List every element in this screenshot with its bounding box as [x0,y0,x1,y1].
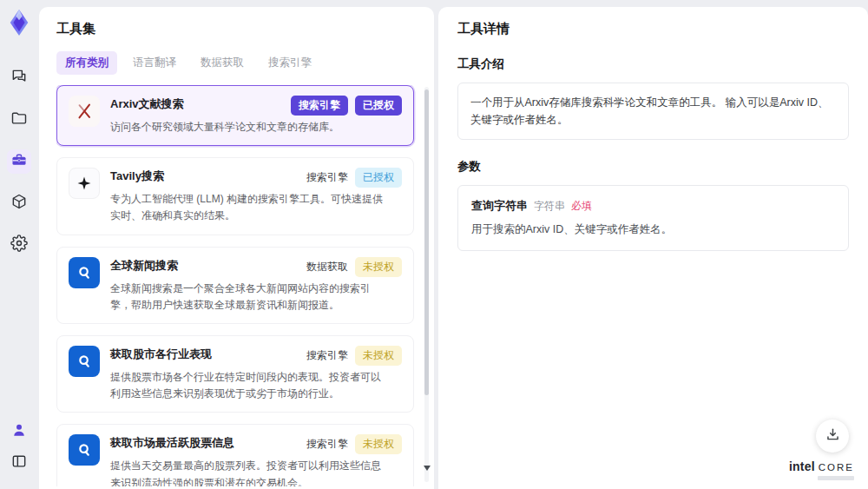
category-badge: 搜索引擎 [306,346,348,366]
tool-description: 专为人工智能代理 (LLM) 构建的搜索引擎工具。可快速提供实时、准确和真实的结… [110,191,383,224]
tavily-star-icon [69,168,100,199]
auth-badge: 已授权 [355,168,402,188]
category-tabs: 所有类别 语言翻译 数据获取 搜索引擎 [56,51,434,75]
toolset-panel: 工具集 所有类别 语言翻译 数据获取 搜索引擎 [39,7,434,489]
core-wordmark: CORE [819,462,854,472]
intel-badge-bar [818,476,854,480]
tool-name: Tavily搜索 [110,168,164,184]
sidebar-item-chat[interactable] [7,66,31,90]
settings-icon [10,235,28,255]
page-title: 工具集 [56,21,434,37]
sidebar-item-collapse[interactable] [7,451,31,475]
auth-badge: 未授权 [355,257,402,277]
user-icon [10,421,28,442]
tool-name: 获取市场最活跃股票信息 [110,434,234,451]
package-icon [10,193,28,214]
param-name: 查询字符串 [471,198,528,214]
params-heading: 参数 [457,159,849,175]
intro-heading: 工具介绍 [457,56,849,72]
download-icon [825,426,841,446]
sidebar-nav [7,66,31,257]
scrollbar-thumb[interactable] [424,89,429,395]
tab-search-engine[interactable]: 搜索引擎 [260,51,320,75]
auth-badge: 未授权 [355,434,402,454]
tool-card-active-stocks[interactable]: 获取市场最活跃股票信息 搜索引擎 未授权 提供当天交易量最高的股票列表。投资者可… [56,424,414,486]
tool-name: Arxiv文献搜索 [110,96,184,112]
tool-description: 全球新闻搜索是一个聚合全球各大新闻网站内容的搜索引擎，帮助用户快速获取全球最新资… [110,281,383,314]
stock-search-icon [69,346,100,377]
folder-icon [10,109,28,130]
chat-icon [10,68,28,89]
tool-card-tavily[interactable]: Tavily搜索 搜索引擎 已授权 专为人工智能代理 (LLM) 构建的搜索引擎… [56,157,414,235]
tool-name: 全球新闻搜索 [110,257,178,274]
category-badge: 搜索引擎 [306,168,348,188]
tool-card-global-news[interactable]: 全球新闻搜索 数据获取 未授权 全球新闻搜索是一个聚合全球各大新闻网站内容的搜索… [56,247,414,324]
tool-description: 提供当天交易量最高的股票列表。投资者可以利用这些信息来识别流动性强的股票和潜在的… [110,458,383,486]
intel-wordmark: intel [789,459,815,473]
sidebar [0,0,38,489]
scroll-down-arrow-icon[interactable] [424,466,431,471]
sidebar-bottom [7,420,31,489]
tool-details-panel: 工具详情 工具介绍 一个用于从Arxiv存储库搜索科学论文和文章的工具。 输入可… [438,7,868,489]
category-badge: 搜索引擎 [306,434,348,454]
tool-description: 访问各个研究领域大量科学论文和文章的存储库。 [110,119,383,135]
stock-search-icon [69,434,100,466]
tool-description: 提供股票市场各个行业在特定时间段内的表现。投资者可以利用这些信息来识别表现优于或… [110,369,383,402]
category-badge: 搜索引擎 [291,96,348,116]
param-description: 用于搜索的Arxiv ID、关键字或作者姓名。 [471,221,835,238]
sidebar-item-toolset[interactable] [7,149,31,174]
sidebar-item-files[interactable] [7,108,31,132]
panel-toggle-icon [10,453,28,473]
tab-all-categories[interactable]: 所有类别 [56,51,117,75]
sidebar-item-packages[interactable] [7,191,31,215]
tool-list: Arxiv文献搜索 搜索引擎 已授权 访问各个研究领域大量科学论文和文章的存储库… [56,85,434,486]
arxiv-icon [69,96,100,127]
param-required-badge: 必填 [571,199,592,214]
toolbox-icon [10,151,28,172]
auth-badge: 未授权 [355,346,402,366]
sidebar-item-account[interactable] [7,420,31,444]
app-logo[interactable] [6,9,32,36]
tool-card-stock-sectors[interactable]: 获取股市各行业表现 搜索引擎 未授权 提供股票市场各个行业在特定时间段内的表现。… [56,335,414,413]
tab-data-fetching[interactable]: 数据获取 [192,51,253,75]
tool-card-arxiv[interactable]: Arxiv文献搜索 搜索引擎 已授权 访问各个研究领域大量科学论文和文章的存储库… [56,85,414,146]
scrollbar-track[interactable] [424,87,429,482]
intel-core-logo: intelCORE [789,459,854,480]
download-button[interactable] [816,420,849,453]
news-search-icon [69,257,100,288]
param-type: 字符串 [534,199,565,214]
sidebar-item-settings[interactable] [7,233,31,257]
tab-language-translation[interactable]: 语言翻译 [124,51,185,75]
auth-badge: 已授权 [355,96,402,116]
tool-name: 获取股市各行业表现 [110,346,212,362]
details-title: 工具详情 [457,21,849,37]
category-badge: 数据获取 [306,257,348,277]
param-box: 查询字符串 字符串 必填 用于搜索的Arxiv ID、关键字或作者姓名。 [457,185,849,251]
intro-box: 一个用于从Arxiv存储库搜索科学论文和文章的工具。 输入可以是Arxiv ID… [457,83,849,140]
app-root: 工具集 所有类别 语言翻译 数据获取 搜索引擎 [0,0,868,489]
